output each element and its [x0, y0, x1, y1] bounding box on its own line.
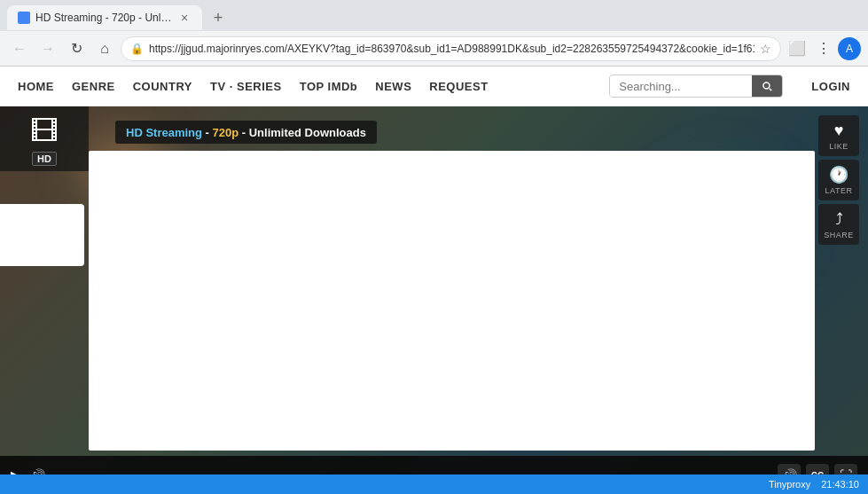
watch-later-button[interactable]: 🕐 LATER: [818, 160, 859, 200]
login-button[interactable]: LOGIN: [811, 80, 850, 93]
nav-news[interactable]: NEWS: [375, 80, 411, 93]
hd-badge: HD: [32, 152, 57, 166]
tab-favicon: [18, 12, 30, 24]
tab-title: HD Streaming - 720p - Unlimite...: [35, 12, 172, 24]
taskbar-notification: Tinyproxy: [769, 479, 810, 490]
video-display-area: [89, 151, 815, 451]
active-tab[interactable]: HD Streaming - 720p - Unlimite... ×: [7, 5, 202, 30]
side-thumbnail: [0, 204, 84, 266]
video-player: 🎞 HD HD Streaming - 720p - Unlimited Dow…: [0, 106, 868, 494]
nav-right-buttons: ⬜ ⋮ A: [785, 36, 861, 61]
side-controls: ♥ LIKE 🕐 LATER ⤴ SHARE: [818, 115, 859, 245]
nav-genre[interactable]: GENRE: [72, 80, 115, 93]
navigation-bar: ← → ↻ ⌂ 🔒 ☆ ⬜ ⋮ A: [0, 30, 868, 66]
film-icon-box: 🎞 HD: [0, 106, 89, 171]
site-navigation: HOME GENRE COUNTRY TV · SERIES TOP IMDb …: [0, 67, 868, 106]
like-button[interactable]: ♥ LIKE: [818, 115, 859, 156]
title-res: 720p: [213, 126, 239, 139]
share-icon: ⤴: [835, 210, 843, 229]
nav-home[interactable]: HOME: [18, 80, 54, 93]
title-hd-streaming: HD Streaming: [126, 126, 202, 139]
like-icon: ♥: [834, 122, 844, 140]
tab-bar: HD Streaming - 720p - Unlimite... × +: [0, 0, 868, 30]
address-bar[interactable]: 🔒 ☆: [121, 36, 781, 61]
title-sep2: -: [239, 126, 249, 139]
nav-request[interactable]: REQUEST: [429, 80, 488, 93]
like-label: LIKE: [829, 142, 848, 151]
refresh-button[interactable]: ↻: [64, 36, 89, 61]
back-button[interactable]: ←: [7, 36, 32, 61]
tab-close-button[interactable]: ×: [177, 11, 192, 25]
search-button[interactable]: [752, 75, 782, 97]
extensions-button[interactable]: ⬜: [785, 36, 809, 61]
home-button[interactable]: ⌂: [92, 36, 117, 61]
site-search[interactable]: [609, 74, 783, 98]
browser-chrome: HD Streaming - 720p - Unlimite... × + ← …: [0, 0, 868, 67]
ssl-lock-icon: 🔒: [130, 43, 144, 55]
player-title-bar: HD Streaming - 720p - Unlimited Download…: [115, 121, 377, 144]
bookmark-icon[interactable]: ☆: [760, 42, 771, 56]
forward-button[interactable]: →: [35, 36, 60, 61]
film-reel-icon: 🎞: [30, 115, 59, 148]
url-input[interactable]: [149, 43, 755, 55]
title-unlimited: Unlimited Downloads: [249, 126, 366, 139]
search-input[interactable]: [610, 76, 752, 97]
clock-icon: 🕐: [829, 165, 848, 184]
later-label: LATER: [825, 186, 853, 195]
title-sep1: -: [202, 126, 213, 139]
new-tab-icon: +: [214, 9, 223, 27]
share-button[interactable]: ⤴ SHARE: [818, 204, 859, 245]
taskbar-time: 21:43:10: [821, 479, 859, 490]
website-content: HOME GENRE COUNTRY TV · SERIES TOP IMDb …: [0, 67, 868, 494]
share-label: SHARE: [824, 231, 854, 239]
taskbar: Tinyproxy 21:43:10: [0, 474, 868, 494]
nav-top-imdb[interactable]: TOP IMDb: [300, 80, 358, 93]
profile-button[interactable]: A: [838, 37, 861, 60]
new-tab-button[interactable]: +: [206, 5, 231, 30]
player-title: HD Streaming - 720p - Unlimited Download…: [126, 126, 366, 139]
nav-country[interactable]: COUNTRY: [133, 80, 192, 93]
search-icon: [761, 80, 773, 92]
menu-button[interactable]: ⋮: [811, 36, 836, 61]
nav-tv-series[interactable]: TV · SERIES: [210, 80, 282, 93]
